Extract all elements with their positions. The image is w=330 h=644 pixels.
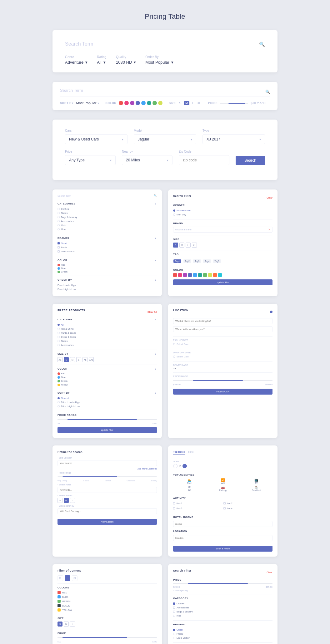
- clear-filter-button[interactable]: Clear: [267, 196, 272, 199]
- swatch-purple[interactable]: [183, 273, 187, 277]
- activity-2[interactable]: item2: [223, 501, 273, 505]
- guest-minus[interactable]: −: [173, 464, 178, 468]
- clear-all-button[interactable]: Clear All: [148, 311, 157, 313]
- tag-4[interactable]: Tag4: [203, 259, 211, 263]
- sizeby-xxl[interactable]: XXL: [89, 357, 94, 362]
- filter-order[interactable]: Order By Most Popular ▾: [145, 55, 173, 65]
- cat-item-bags[interactable]: Bags & Jewelry: [58, 215, 157, 219]
- amenity-pool[interactable]: 🏊Pool: [173, 478, 205, 484]
- size-box-s[interactable]: S: [173, 243, 178, 248]
- gender-men[interactable]: Men only: [173, 213, 272, 217]
- pf-cat-bags[interactable]: Bags & Jewelry: [173, 610, 272, 614]
- cars-select-price[interactable]: Any Type ▾: [65, 155, 116, 165]
- find-car-button[interactable]: FIND A CAR: [173, 389, 272, 395]
- cat-all[interactable]: All: [58, 323, 157, 327]
- pf-cat-accessories[interactable]: Accessories: [173, 606, 272, 610]
- color-dot-4[interactable]: [136, 101, 140, 105]
- filter-genre[interactable]: Genre Adventure ▾: [65, 55, 88, 65]
- cat-dress[interactable]: Dress & Skirts: [58, 335, 157, 339]
- price-slider-track[interactable]: [220, 103, 248, 104]
- size-l[interactable]: L: [191, 101, 195, 105]
- location-search-1[interactable]: [173, 318, 272, 324]
- activity-1[interactable]: item1: [173, 501, 222, 505]
- cat-item-more[interactable]: More: [58, 227, 157, 231]
- cars-search-button[interactable]: Search: [236, 156, 265, 165]
- sort-select[interactable]: Most Popular ▾: [76, 101, 99, 105]
- tag-5[interactable]: Tag5: [213, 259, 221, 263]
- swatch-green[interactable]: [203, 273, 207, 277]
- swatch-lime[interactable]: [208, 273, 212, 277]
- sizeby-m[interactable]: M: [70, 357, 75, 362]
- brand-lv[interactable]: Louis Vuitton: [58, 249, 157, 253]
- p5-color-red[interactable]: Red: [58, 372, 157, 375]
- tag-2[interactable]: Tag2: [183, 259, 191, 263]
- brand-select[interactable]: choose a brand ✕: [173, 227, 272, 233]
- color-item-blue[interactable]: Blue: [58, 267, 68, 270]
- swatch-orange[interactable]: [213, 273, 217, 277]
- sort-low-high[interactable]: Price: Low to High: [58, 400, 157, 404]
- size-m[interactable]: M: [184, 101, 189, 105]
- view-color-red[interactable]: RED: [58, 591, 157, 594]
- search-input-compact[interactable]: [60, 88, 270, 93]
- sizeby-xl[interactable]: XL: [82, 357, 88, 362]
- size-xl[interactable]: XL: [196, 101, 202, 105]
- color-item-green[interactable]: Green: [58, 270, 68, 273]
- price-view-slider[interactable]: [58, 637, 157, 638]
- size-s[interactable]: S: [178, 101, 182, 105]
- add-location-link[interactable]: Add More Locations: [58, 468, 157, 470]
- cat-pants[interactable]: Pants & Jeans: [58, 331, 157, 335]
- clear-price-filter[interactable]: Clear: [267, 571, 272, 574]
- view-color-yellow[interactable]: YELLOW: [58, 608, 157, 612]
- sort-high-low[interactable]: Price: High to Low: [58, 404, 157, 408]
- view-grid-icon[interactable]: ⊞: [58, 575, 63, 581]
- book-room-button[interactable]: Book a Room: [173, 546, 272, 552]
- cat-item-shoes[interactable]: Shoes: [58, 211, 157, 215]
- swatch-blue[interactable]: [193, 273, 197, 277]
- filter-rating[interactable]: Rating All ▾: [97, 55, 107, 65]
- amenity-parking[interactable]: 🚗Parking: [207, 485, 239, 491]
- hotel-search-button[interactable]: New Search: [58, 519, 157, 525]
- cat-tops[interactable]: Top & Shirts: [58, 327, 157, 331]
- room-size-m[interactable]: M: [64, 498, 69, 503]
- swatch-cyan[interactable]: [218, 273, 222, 277]
- room-size-l[interactable]: L: [70, 498, 75, 503]
- hotel-location-input2[interactable]: [173, 535, 272, 541]
- dropoff-radio[interactable]: Select Date: [173, 355, 272, 359]
- color-dot-6[interactable]: [147, 101, 151, 105]
- pf-brand-gucci[interactable]: Gucci: [173, 628, 272, 632]
- tag-1[interactable]: Tag1: [173, 259, 181, 263]
- view-list-icon[interactable]: ☰: [65, 575, 70, 581]
- size-box-l[interactable]: L: [186, 243, 191, 248]
- pf-cat-clothes[interactable]: Clothes: [173, 602, 272, 606]
- price-pf-slider[interactable]: [173, 583, 272, 584]
- order-high-low[interactable]: Price High to Low: [58, 287, 157, 291]
- amenity-wifi[interactable]: 📶Wifi: [207, 478, 239, 484]
- cat-item-kids[interactable]: Kids: [58, 223, 157, 227]
- p5-color-yellow[interactable]: Yellow: [58, 383, 157, 386]
- pf-cat-kids[interactable]: Kids: [173, 614, 272, 618]
- cat-shoes[interactable]: Shoes: [58, 339, 157, 343]
- sizeby-l[interactable]: L: [76, 357, 81, 362]
- size-box-m[interactable]: M: [179, 243, 184, 248]
- search-input-large[interactable]: [65, 39, 265, 49]
- pf-brand-lv[interactable]: Louis Vuitton: [173, 636, 272, 640]
- cars-zip-input[interactable]: [179, 155, 229, 165]
- tag-3[interactable]: Tag3: [193, 259, 201, 263]
- view-size-m[interactable]: M: [64, 622, 69, 627]
- location-search-2[interactable]: [173, 326, 272, 332]
- price-p5-slider[interactable]: [58, 419, 157, 420]
- p5-color-green[interactable]: Green: [58, 380, 157, 382]
- swatch-red[interactable]: [173, 273, 177, 277]
- cars-select-variant[interactable]: XJ 2017 ▾: [202, 134, 265, 144]
- view-color-green[interactable]: GREEN: [58, 600, 157, 603]
- hotel-keyword-input[interactable]: [58, 487, 157, 493]
- brand-gucci[interactable]: Gucci: [58, 241, 157, 245]
- color-item-red[interactable]: Red: [58, 263, 68, 266]
- update-filter-p5[interactable]: update filter: [58, 427, 157, 433]
- price-location-slider[interactable]: [173, 380, 272, 381]
- brand-prada[interactable]: Prada: [58, 245, 157, 249]
- wifi-search-input[interactable]: [58, 508, 157, 514]
- view-large-icon[interactable]: ⊡: [72, 575, 78, 581]
- pf-brand-prada[interactable]: Prada: [173, 632, 272, 636]
- panel-categories-search[interactable]: [58, 194, 154, 197]
